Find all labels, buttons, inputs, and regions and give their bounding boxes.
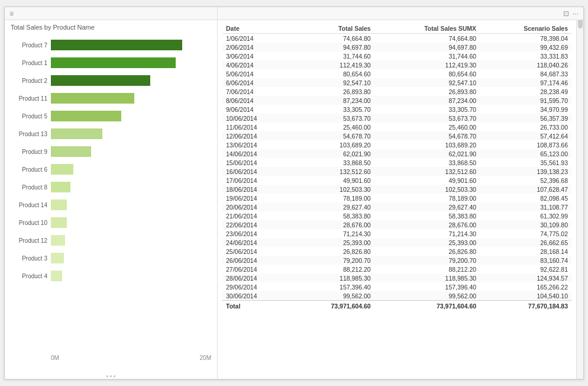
bar-row[interactable]: Product 10 [11,214,211,231]
table-row: 19/06/201478,189.0078,189.0082,098.45 [222,194,571,202]
bar-row[interactable]: Product 7 [11,37,211,53]
bar-fill [51,217,67,228]
bar-row[interactable]: Product 8 [11,179,211,195]
table-row: 15/06/201433,868.5033,868.5035,561.93 [222,158,571,167]
bar-track [51,146,211,157]
table-cell: 25,460.00 [290,123,374,131]
table-row: 9/06/201433,305.7033,305.7034,970.99 [222,105,571,114]
bar-fill [51,40,182,50]
table-row: 30/06/201499,562.0099,562.00104,540.10 [222,291,571,301]
table-cell: 26,662.65 [480,238,571,247]
bar-row[interactable]: Product 6 [11,161,211,178]
bar-row[interactable]: Product 5 [11,108,211,124]
table-cell: 21/06/2014 [222,211,290,220]
table-cell: 3/06/2014 [222,52,290,60]
table-cell: 14/06/2014 [222,149,290,158]
x-label-0: 0M [51,355,59,361]
table-cell: 29,627.40 [374,202,480,211]
table-cell: 74,664.80 [290,34,374,43]
x-label-1: 20M [200,355,211,361]
bar-row[interactable]: Product 9 [11,143,211,160]
table-cell: 26,826.80 [374,247,480,256]
bar-label: Product 1 [11,60,51,66]
scrollbar[interactable] [576,7,583,379]
table-cell: 88,212.20 [290,265,374,274]
table-cell: 132,512.60 [374,167,480,176]
table-cell: 17/06/2014 [222,176,290,185]
table-cell: 28,168.14 [480,247,571,256]
table-cell: 33,305.70 [290,105,374,114]
table-cell: 62,021.90 [290,149,374,158]
table-cell: 4/06/2014 [222,60,290,69]
table-cell: 25,393.00 [290,238,374,247]
table-cell: 99,432.69 [480,43,571,52]
bar-fill [51,182,70,192]
table-col-header: Date [222,24,290,34]
bar-row[interactable]: Product 3 [11,250,211,266]
table-cell: 94,697.80 [290,43,374,52]
bar-row[interactable]: Product 2 [11,72,211,89]
table-cell: 26/06/2014 [222,256,290,265]
table-row: 5/06/201480,654.6080,654.6084,687.33 [222,69,571,78]
bar-label: Product 2 [11,78,51,84]
table-cell: 74,664.80 [374,34,480,43]
table-cell: 52,396.68 [480,176,571,185]
table-cell: 99,562.00 [374,291,480,301]
table-cell: 104,540.10 [480,291,571,301]
bar-track [51,182,211,192]
table-row: 2/06/201494,697.8094,697.8099,432.69 [222,43,571,52]
bar-row[interactable]: Product 12 [11,232,211,249]
more-icon[interactable]: ··· [573,9,579,18]
table-cell: 54,678.70 [290,131,374,140]
bar-label: Product 14 [11,202,51,208]
table-cell: 97,174.46 [480,78,571,87]
table-cell: 33,868.50 [374,158,480,167]
bar-row[interactable]: Product 14 [11,197,211,213]
table-cell: 18/06/2014 [222,185,290,194]
table-cell: 53,673.70 [374,114,480,123]
table-row: 3/06/201431,744.6031,744.6033,331.83 [222,52,571,60]
bar-label: Product 12 [11,237,51,244]
table-cell: 165,266.22 [480,282,571,291]
bar-track [51,217,211,228]
table-cell: 33,868.50 [290,158,374,167]
bar-label: Product 6 [11,166,51,173]
bar-label: Product 9 [11,149,51,155]
table-cell: 83,160.74 [480,256,571,265]
table-row: 14/06/201462,021.9062,021.9065,123.00 [222,149,571,158]
bar-track [51,93,211,104]
bar-row[interactable]: Product 1 [11,54,211,71]
focus-icon[interactable]: ⊡ [563,9,569,18]
bar-chart: Product 7Product 1Product 2Product 11Pro… [11,37,211,352]
table-header-row: DateTotal SalesTotal Sales SUMXScenario … [222,24,571,34]
table-cell: 9/06/2014 [222,105,290,114]
table-row: 6/06/201492,547.1092,547.1097,174.46 [222,78,571,87]
bar-row[interactable]: Product 13 [11,126,211,142]
table-cell: 118,040.26 [480,60,571,69]
table-row: 17/06/201449,901.6049,901.6052,396.68 [222,176,571,185]
table-col-header: Total Sales [290,24,374,34]
table-cell: 26,893.80 [374,87,480,96]
bar-label: Product 10 [11,220,51,226]
table-cell: 24/06/2014 [222,238,290,247]
table-cell: 56,357.39 [480,114,571,123]
table-row: 24/06/201425,393.0025,393.0026,662.65 [222,238,571,247]
bar-row[interactable]: Product 4 [11,268,211,284]
table-cell: 22/06/2014 [222,220,290,229]
bar-fill [51,271,62,281]
table-cell: 20/06/2014 [222,202,290,211]
table-cell: 25,393.00 [374,238,480,247]
bar-row[interactable]: Product 11 [11,90,211,107]
table-cell: 25/06/2014 [222,247,290,256]
table-cell: 99,562.00 [290,291,374,301]
resize-handle-bottom[interactable] [99,375,123,378]
table-cell: 23/06/2014 [222,229,290,238]
table-cell: 118,985.30 [374,274,480,282]
table-cell: 92,622.81 [480,265,571,274]
table-cell: 107,628.47 [480,185,571,194]
table-cell: 79,200.70 [290,256,374,265]
table-cell: 80,654.60 [290,69,374,78]
table-cell: 157,396.40 [374,282,480,291]
table-cell: 10/06/2014 [222,114,290,123]
table-cell: 31,744.60 [290,52,374,60]
